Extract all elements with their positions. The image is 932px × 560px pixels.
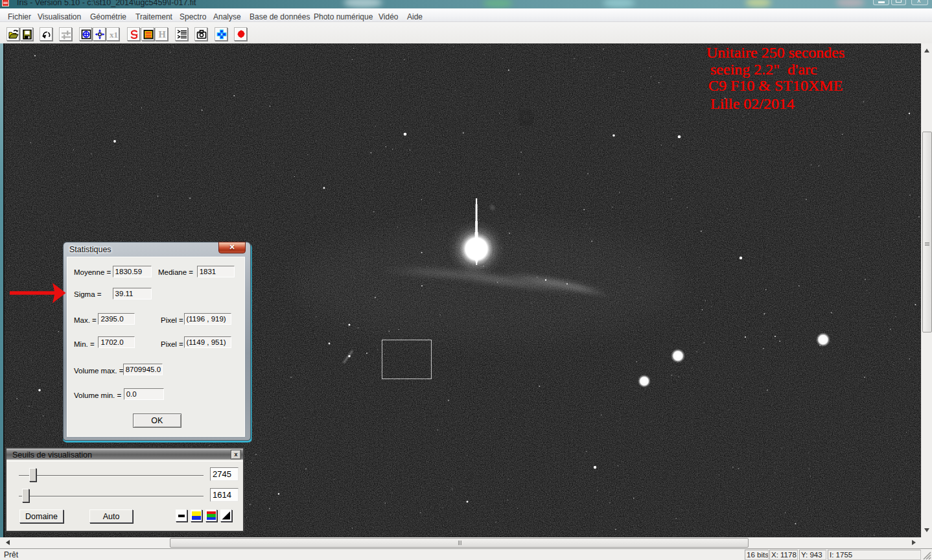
- svg-text:H: H: [158, 29, 166, 40]
- svg-text:x1: x1: [110, 30, 118, 40]
